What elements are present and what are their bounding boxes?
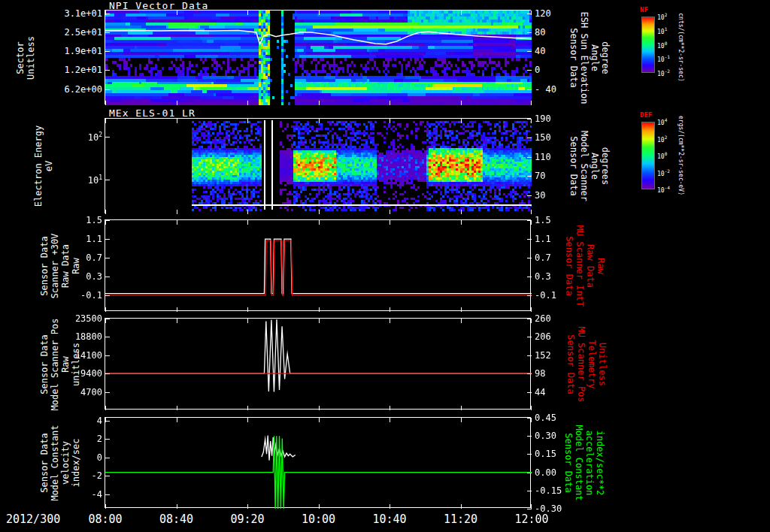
y-tick-mark [527,355,532,356]
y-tick-mark [527,138,532,138]
x-tick-mark [531,504,532,509]
y-tick-mark [105,32,110,33]
x-tick-mark [247,406,248,410]
x-axis-tick-label: 11:20 [444,512,477,526]
y-tick-mark [105,295,110,296]
x-tick-mark [461,11,462,15]
y-axis-tick-label: 0.00 [535,467,556,478]
scanner-pos-line-canvas [105,319,532,410]
x-tick-mark [177,101,177,105]
def-colorbar [641,122,655,189]
x-tick-mark [531,307,532,312]
y-tick-mark [527,89,532,90]
x-tick-mark [105,406,106,410]
x-tick-mark [461,418,462,422]
x-tick-mark [319,418,320,422]
y-axis-tick-label: 0.3 [86,271,102,282]
y-axis-tick-label: 1.1 [86,234,102,244]
panel5-left-axis-label: Sensor DataModel Constantvelocityindex/s… [39,425,81,500]
panel3-left-axis-label: Sensor DataScanner +30VRaw DataRaw [39,234,81,299]
y-axis-tick-label: -4 [92,489,102,500]
x-tick-mark [461,504,462,509]
x-tick-mark [319,210,320,214]
x-tick-mark [390,210,390,214]
x-tick-mark [531,210,532,214]
x-tick-mark [531,418,532,422]
x-tick-mark [105,220,106,225]
y-axis-tick-label: -0.1 [80,290,102,301]
y-tick-mark [527,295,532,296]
y-axis-tick-label: 152 [535,350,551,361]
x-tick-mark [531,11,532,15]
y-axis-tick-label: 9400 [80,368,102,379]
scanner-30v-line-canvas [105,220,532,312]
y-axis-tick-label: 206 [535,331,551,342]
x-tick-mark [105,418,106,422]
colorbar-tick-label: 10-2 [657,68,670,77]
y-tick-mark [527,473,532,473]
colorbar-tick-label: 102 [657,135,667,144]
y-tick-mark [527,436,532,437]
x-tick-mark [247,319,248,323]
y-axis-tick-label: 0.15 [535,449,556,459]
y-axis-tick-label: 0.45 [535,413,556,423]
y-tick-mark [527,157,532,158]
npi-spectrogram-canvas [105,11,532,105]
x-tick-mark [319,504,320,509]
x-tick-mark [461,119,462,123]
x-tick-mark [247,210,248,214]
y-axis-tick-label: 1.9e+01 [64,46,102,56]
x-tick-mark [390,11,390,15]
y-tick-mark [527,491,532,491]
y-tick-mark [105,89,110,90]
y-axis-tick-label: 40 [535,46,545,56]
x-tick-mark [390,319,390,323]
model-constant-line-canvas [105,418,532,509]
y-tick-mark [105,337,110,337]
x-tick-mark [531,406,532,410]
y-tick-mark [105,277,110,277]
x-tick-mark [461,210,462,214]
x-tick-mark [177,210,177,214]
y-axis-tick-label: 14100 [75,350,102,361]
y-tick-mark [527,258,532,258]
panel4-right-axis-label: UnitlessTelemetryMU Scanner PosSensor Da… [565,326,608,402]
y-axis-tick-label: 1.1 [535,234,551,244]
y-axis-tick-label: 4700 [80,387,102,397]
x-tick-mark [177,307,177,312]
date-label: 2012/300 [6,512,60,526]
x-tick-mark [390,406,390,410]
x-tick-mark [105,119,106,123]
y-tick-mark [105,239,110,240]
y-axis-tick-label: 18800 [75,331,102,342]
y-axis-tick-label: 3.1e+01 [64,8,102,19]
panel3-right-axis-label: RawRaw DataMU Scanner IntTSensor Data [564,225,606,307]
y-axis-tick-label: 110 [535,152,551,162]
y-axis-tick-label: 0 [535,65,540,75]
x-tick-mark [319,119,320,123]
x-axis-tick-label: 10:00 [302,512,335,526]
x-axis-tick-label: 10:40 [372,512,406,526]
panel2-plot-area [105,118,531,213]
x-tick-mark [177,406,177,410]
x-tick-mark [319,11,320,15]
panel1-left-axis-label: SectorUnitless [15,36,36,80]
x-tick-mark [247,220,248,225]
x-tick-mark [390,101,390,105]
panel2-right-axis-label: degreesAngleModel ScannerSensor Data [568,131,611,201]
y-tick-mark [105,355,110,356]
x-tick-mark [390,119,390,123]
panel4-plot-area [105,318,531,410]
y-axis-tick-label: 1.5 [86,215,102,225]
y-axis-tick-label: 80 [535,27,545,38]
x-tick-mark [177,319,177,323]
x-tick-mark [247,504,248,509]
colorbar-tick-label: 10-2 [657,168,670,177]
x-tick-mark [390,307,390,312]
y-tick-mark [105,180,110,180]
y-tick-mark [527,277,532,277]
y-axis-tick-label: 0.3 [535,271,551,282]
y-tick-mark [527,176,532,177]
y-tick-mark [105,458,110,458]
y-axis-tick-label: 150 [535,132,551,143]
